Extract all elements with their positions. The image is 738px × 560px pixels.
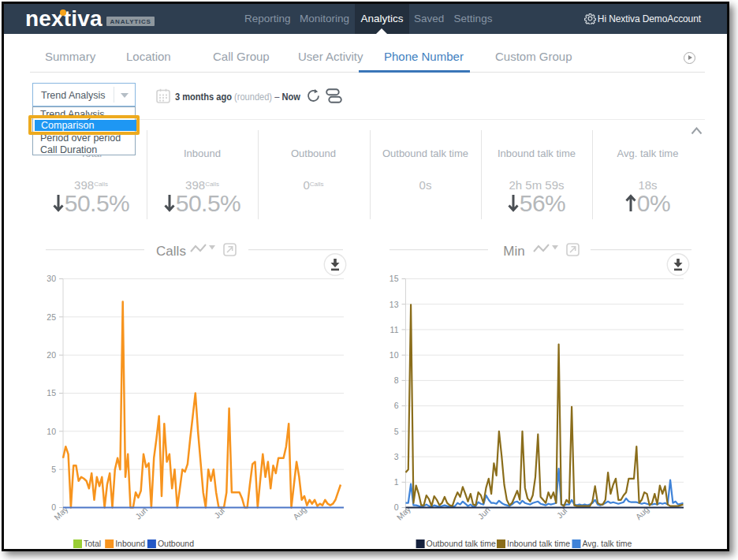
svg-text:13: 13	[390, 300, 399, 309]
svg-text:Total: Total	[84, 539, 101, 548]
svg-text:10: 10	[47, 427, 56, 436]
svg-text:1: 1	[394, 477, 399, 487]
svg-text:30: 30	[47, 274, 56, 283]
svg-text:Inbound talk time: Inbound talk time	[507, 539, 570, 548]
svg-text:5: 5	[51, 465, 56, 474]
svg-text:25: 25	[47, 312, 56, 322]
svg-text:8: 8	[394, 375, 399, 385]
svg-text:Avg. talk time: Avg. talk time	[583, 539, 632, 548]
svg-text:10: 10	[390, 350, 399, 360]
svg-text:15: 15	[390, 274, 399, 283]
svg-text:20: 20	[47, 350, 56, 360]
svg-text:Calls: Calls	[156, 244, 186, 259]
svg-text:Inbound: Inbound	[115, 539, 145, 548]
svg-text:6: 6	[394, 401, 399, 410]
svg-text:15: 15	[47, 388, 56, 398]
svg-text:Outbound talk time: Outbound talk time	[427, 539, 496, 548]
svg-text:Outbound: Outbound	[158, 539, 194, 548]
svg-text:11: 11	[390, 325, 399, 334]
svg-text:Min: Min	[503, 244, 524, 259]
svg-text:5: 5	[394, 427, 399, 436]
svg-text:3: 3	[394, 452, 399, 461]
